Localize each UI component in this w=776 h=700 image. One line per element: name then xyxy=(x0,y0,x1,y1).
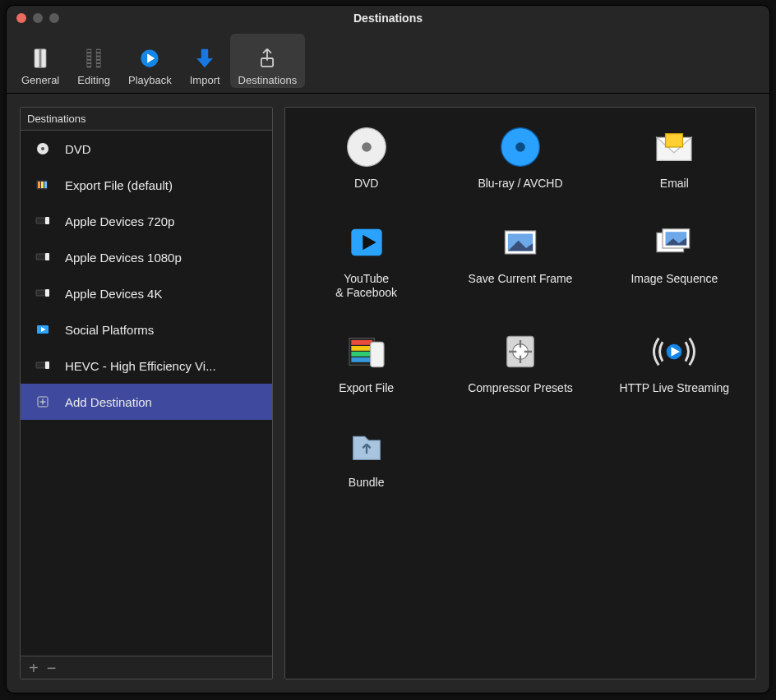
gallery-item[interactable]: HTTP Live Streaming xyxy=(602,329,747,396)
sidebar-item[interactable]: Add Destination xyxy=(21,384,272,420)
gallery-item-label: DVD xyxy=(354,177,379,191)
sidebar-item[interactable]: Social Platforms xyxy=(21,311,272,348)
svg-rect-5 xyxy=(97,50,100,52)
preferences-toolbar: GeneralEditingPlaybackImportDestinations xyxy=(7,30,769,94)
svg-rect-58 xyxy=(370,342,383,366)
svg-rect-8 xyxy=(87,58,90,59)
playback-tab[interactable]: Playback xyxy=(120,34,180,88)
frame-icon xyxy=(496,219,545,265)
svg-rect-57 xyxy=(351,357,372,362)
compressor-icon xyxy=(496,329,545,375)
svg-rect-29 xyxy=(45,289,49,297)
gallery-item-label: Bundle xyxy=(349,476,385,490)
gallery-item-label: Compressor Presets xyxy=(468,381,573,396)
editing-icon xyxy=(80,44,108,72)
sidebar-item-label: Apple Devices 1080p xyxy=(65,251,182,265)
window-title: Destinations xyxy=(7,12,769,25)
import-tab[interactable]: Import xyxy=(182,34,229,88)
svg-rect-43 xyxy=(666,134,683,147)
remove-button[interactable]: − xyxy=(47,660,57,676)
gallery-item[interactable]: DVD xyxy=(293,124,439,191)
svg-rect-6 xyxy=(87,53,90,55)
svg-point-19 xyxy=(41,147,44,150)
destination-gallery: DVDBlu-ray / AVCHDEmailYouTube & Faceboo… xyxy=(284,107,756,679)
sidebar-item-label: Add Destination xyxy=(65,395,152,409)
svg-rect-21 xyxy=(38,182,40,188)
svg-rect-33 xyxy=(45,362,49,369)
svg-rect-1 xyxy=(39,49,42,68)
gallery-item-label: YouTube & Facebook xyxy=(335,272,397,301)
gallery-item[interactable]: YouTube & Facebook xyxy=(293,219,439,301)
sidebar-item[interactable]: HEVC - High Efficiency Vi... xyxy=(21,348,272,384)
toolbar-label: Editing xyxy=(77,74,110,86)
sidebar-item[interactable]: Export File (default) xyxy=(21,167,272,203)
svg-rect-7 xyxy=(97,53,100,55)
svg-marker-16 xyxy=(196,49,213,68)
gallery-item-label: Export File xyxy=(339,381,394,396)
svg-rect-9 xyxy=(97,58,100,59)
svg-rect-54 xyxy=(351,340,372,345)
gallery-item[interactable]: Image Sequence xyxy=(602,219,747,301)
titlebar: Destinations xyxy=(7,6,769,30)
gallery-item[interactable]: Compressor Presets xyxy=(447,329,593,396)
svg-rect-11 xyxy=(97,61,100,62)
destinations-sidebar: Destinations DVDExport File (default)App… xyxy=(20,107,273,679)
editing-tab[interactable]: Editing xyxy=(69,34,118,88)
general-icon xyxy=(26,44,54,72)
svg-rect-56 xyxy=(351,352,372,357)
svg-rect-22 xyxy=(41,182,44,188)
svg-rect-23 xyxy=(44,182,47,188)
dvd-icon xyxy=(30,139,55,159)
sidebar-list: DVDExport File (default)Apple Devices 72… xyxy=(21,131,272,656)
sidebar-item-label: Social Platforms xyxy=(65,323,154,337)
bundle-icon xyxy=(342,423,391,469)
destinations-icon xyxy=(253,44,281,72)
svg-rect-28 xyxy=(36,290,45,296)
playback-icon xyxy=(136,44,164,72)
exportfile-big-icon xyxy=(342,329,391,375)
gallery-item[interactable]: Export File xyxy=(293,329,439,396)
hls-icon xyxy=(649,329,699,375)
svg-point-37 xyxy=(362,142,372,152)
svg-rect-4 xyxy=(87,50,90,52)
sidebar-item-label: Export File (default) xyxy=(65,178,173,192)
gallery-item[interactable]: Bundle xyxy=(293,423,439,490)
gallery-grid: DVDBlu-ray / AVCHDEmailYouTube & Faceboo… xyxy=(293,124,747,490)
plus-icon xyxy=(30,392,55,412)
sidebar-item[interactable]: Apple Devices 4K xyxy=(21,275,272,311)
import-icon xyxy=(191,44,219,72)
add-button[interactable]: + xyxy=(29,660,39,676)
social-icon xyxy=(30,320,55,339)
svg-rect-10 xyxy=(87,61,90,62)
device-icon xyxy=(30,283,55,303)
sidebar-header: Destinations xyxy=(21,108,272,131)
sidebar-item[interactable]: Apple Devices 1080p xyxy=(21,239,272,275)
device-icon xyxy=(30,247,55,267)
svg-rect-27 xyxy=(45,253,49,260)
gallery-item[interactable]: Save Current Frame xyxy=(447,219,593,301)
gallery-item[interactable]: Blu-ray / AVCHD xyxy=(447,124,593,191)
sidebar-item-label: HEVC - High Efficiency Vi... xyxy=(65,359,216,373)
gallery-item[interactable]: Email xyxy=(602,124,747,191)
svg-rect-55 xyxy=(351,346,372,351)
device-icon xyxy=(30,356,55,375)
sidebar-item-label: Apple Devices 720p xyxy=(65,214,174,228)
preferences-window: Destinations GeneralEditingPlaybackImpor… xyxy=(6,5,770,693)
device-icon xyxy=(30,211,55,231)
svg-rect-24 xyxy=(36,218,45,223)
sidebar-item-label: DVD xyxy=(65,142,91,156)
toolbar-label: General xyxy=(21,74,59,86)
svg-rect-26 xyxy=(36,254,45,260)
sidebar-item[interactable]: DVD xyxy=(21,131,272,167)
gallery-item-label: Email xyxy=(660,177,689,191)
gallery-item-label: Image Sequence xyxy=(630,272,718,287)
exportfile-icon xyxy=(30,175,55,195)
gallery-item-label: Blu-ray / AVCHD xyxy=(478,177,562,191)
destinations-tab[interactable]: Destinations xyxy=(230,34,306,88)
svg-rect-25 xyxy=(45,217,49,224)
svg-point-40 xyxy=(515,142,525,152)
email-icon xyxy=(649,124,699,170)
sidebar-item[interactable]: Apple Devices 720p xyxy=(21,203,272,239)
general-tab[interactable]: General xyxy=(13,34,67,88)
sidebar-item-label: Apple Devices 4K xyxy=(65,287,162,301)
